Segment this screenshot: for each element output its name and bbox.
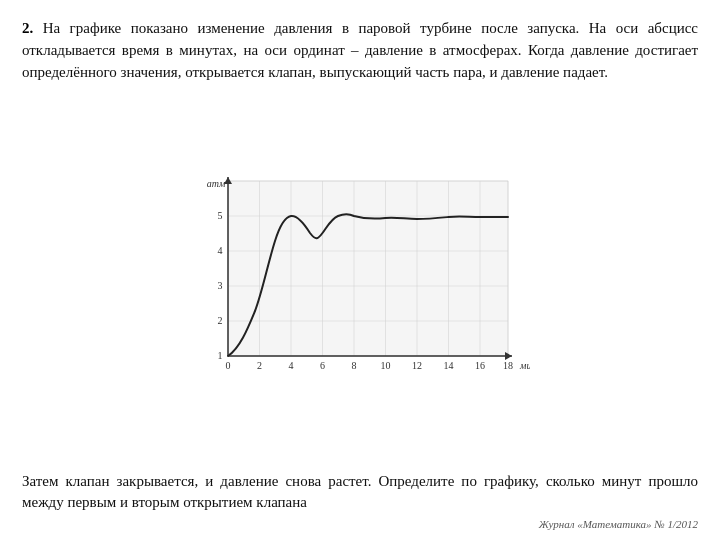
problem-text: 2. На графике показано изменение давлени… (22, 18, 698, 83)
svg-rect-0 (228, 181, 508, 356)
svg-text:6: 6 (320, 360, 325, 371)
problem-number: 2. (22, 20, 33, 36)
svg-text:1: 1 (218, 350, 223, 361)
svg-text:4: 4 (289, 360, 294, 371)
svg-text:мин: мин (519, 360, 530, 371)
svg-text:5: 5 (218, 210, 223, 221)
svg-text:4: 4 (218, 245, 223, 256)
svg-text:2: 2 (218, 315, 223, 326)
graph-area: 1 2 3 4 5 атм 0 2 4 6 8 10 12 14 16 18 м… (22, 93, 698, 462)
graph-svg: 1 2 3 4 5 атм 0 2 4 6 8 10 12 14 16 18 м… (190, 173, 530, 383)
svg-text:3: 3 (218, 280, 223, 291)
svg-text:14: 14 (444, 360, 454, 371)
svg-text:18: 18 (503, 360, 513, 371)
svg-text:2: 2 (257, 360, 262, 371)
main-paragraph: На графике показано изменение давления в… (22, 20, 698, 80)
svg-text:16: 16 (475, 360, 485, 371)
page: 2. На графике показано изменение давлени… (0, 0, 720, 540)
svg-text:8: 8 (352, 360, 357, 371)
svg-text:10: 10 (381, 360, 391, 371)
svg-text:12: 12 (412, 360, 422, 371)
graph-container: 1 2 3 4 5 атм 0 2 4 6 8 10 12 14 16 18 м… (190, 173, 530, 383)
bottom-text: Затем клапан закрывается, и давление сно… (22, 471, 698, 515)
footer: Журнал «Математика» № 1/2012 (22, 518, 698, 530)
svg-text:атм: атм (207, 178, 226, 189)
svg-marker-19 (505, 352, 512, 360)
svg-text:0: 0 (226, 360, 231, 371)
